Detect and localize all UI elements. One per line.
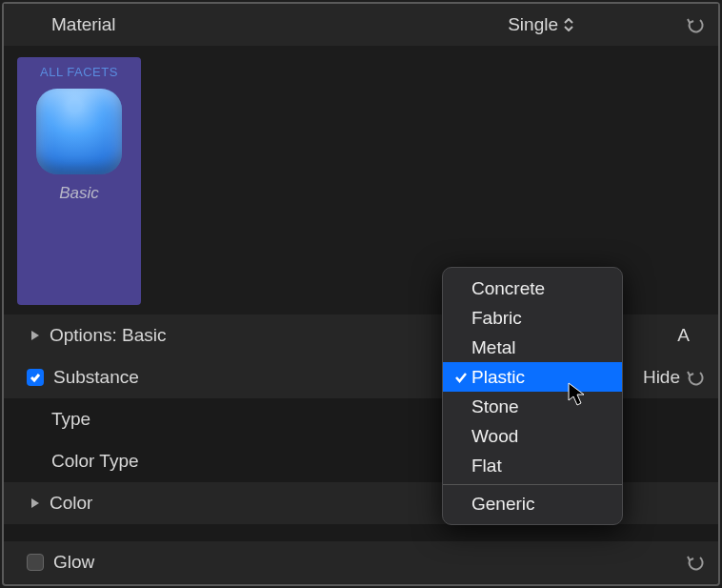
substance-checkbox[interactable] <box>27 369 44 386</box>
glow-checkbox[interactable] <box>27 554 44 571</box>
popup-item-label: Flat <box>471 456 502 476</box>
facet-title: ALL FACETS <box>40 65 118 79</box>
popup-item-fabric[interactable]: Fabric <box>443 303 622 333</box>
popup-item-label: Generic <box>471 494 535 515</box>
popup-item-label: Wood <box>471 426 518 447</box>
glow-row: Glow <box>4 541 718 583</box>
undo-icon[interactable] <box>686 368 705 387</box>
popup-item-label: Concrete <box>471 278 545 299</box>
popup-item-flat[interactable]: Flat <box>443 451 622 480</box>
facet-name: Basic <box>59 184 99 203</box>
popup-item-label: Plastic <box>471 367 525 388</box>
options-action[interactable]: A <box>677 325 690 346</box>
undo-icon[interactable] <box>686 15 705 34</box>
hide-button[interactable]: Hide <box>643 367 680 388</box>
facet-card[interactable]: ALL FACETS Basic <box>17 57 141 305</box>
popup-divider <box>443 484 622 485</box>
updown-icon <box>564 18 573 31</box>
popup-item-plastic[interactable]: Plastic <box>443 362 622 392</box>
popup-item-generic[interactable]: Generic <box>443 489 622 518</box>
popup-item-label: Fabric <box>471 308 522 329</box>
undo-icon[interactable] <box>686 553 705 572</box>
substance-popup: ConcreteFabricMetalPlasticStoneWoodFlat … <box>442 267 623 525</box>
popup-item-label: Metal <box>471 337 515 358</box>
svg-marker-1 <box>31 498 39 508</box>
svg-marker-0 <box>31 331 39 340</box>
popup-item-concrete[interactable]: Concrete <box>443 274 622 303</box>
material-layer-value: Single <box>508 14 558 35</box>
popup-item-stone[interactable]: Stone <box>443 392 622 421</box>
glow-label: Glow <box>53 552 686 573</box>
disclosure-right-icon <box>30 330 46 341</box>
check-icon <box>451 371 471 384</box>
popup-item-metal[interactable]: Metal <box>443 333 622 362</box>
facet-swatch <box>36 89 122 174</box>
material-layer-select[interactable]: Single <box>508 14 573 35</box>
disclosure-right-icon <box>30 497 46 509</box>
popup-item-wood[interactable]: Wood <box>443 421 622 451</box>
material-header-label: Material <box>51 14 508 35</box>
popup-item-label: Stone <box>471 396 519 417</box>
